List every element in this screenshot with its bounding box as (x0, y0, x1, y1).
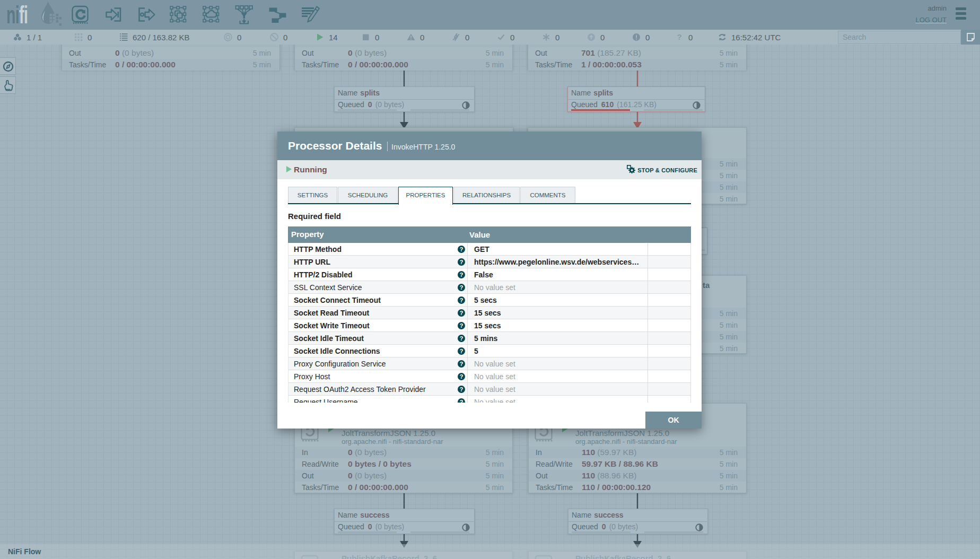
svg-text:?: ? (677, 32, 681, 41)
